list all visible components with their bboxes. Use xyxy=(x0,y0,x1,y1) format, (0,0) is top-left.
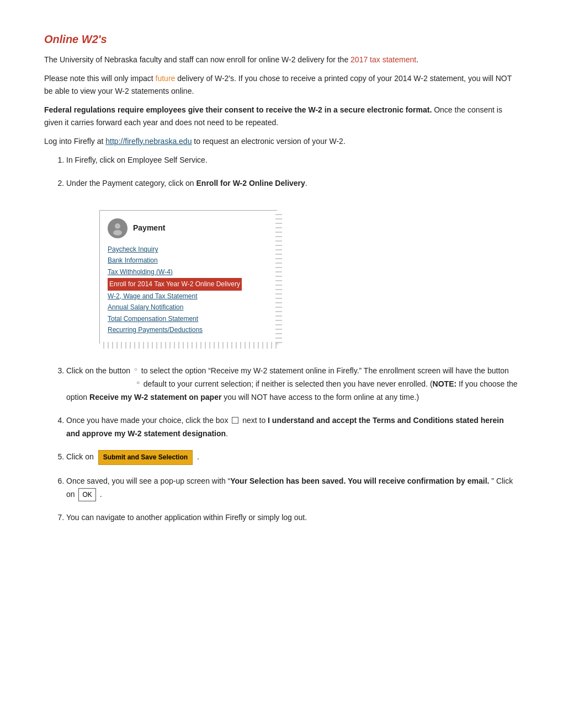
step-4-after: . xyxy=(226,429,228,438)
firefly-before: Log into Firefly at xyxy=(44,137,105,146)
step-3-middle: to select the option “Receive my W-2 sta… xyxy=(141,366,509,375)
intro-text-after: . xyxy=(416,55,418,64)
screenshot-link-4[interactable]: Enroll for 2014 Tax Year W-2 Online Deli… xyxy=(108,278,242,290)
future-highlight: future xyxy=(156,74,176,83)
screenshot-link-2[interactable]: Bank Information xyxy=(108,255,267,266)
step-3-note-bold1: NOTE: xyxy=(433,379,457,388)
step-1: In Firefly, click on Employee Self Servi… xyxy=(66,154,519,167)
screenshot-link-8[interactable]: Recurring Payments/Deductions xyxy=(108,324,267,335)
screenshot-link-3[interactable]: Tax Withholding (W-4) xyxy=(108,266,267,277)
page-title: Online W2's xyxy=(44,33,519,46)
step-3-after: default to your current selection; if ne… xyxy=(144,379,433,388)
step-3: Click on the button ○ to select the opti… xyxy=(66,365,519,404)
step-6-before: Once saved, you will see a pop-up screen… xyxy=(66,477,230,485)
intro-paragraph-1: The University of Nebraska faculty and s… xyxy=(44,53,519,66)
step-2-after: . xyxy=(305,179,307,188)
step-6-after: . xyxy=(100,490,102,499)
federal-regulations-paragraph: Federal regulations require employees gi… xyxy=(44,104,519,129)
screenshot-icon xyxy=(108,218,128,238)
screenshot-box: Payment Paycheck Inquiry Bank Informatio… xyxy=(99,210,277,344)
step-7-text: You can navigate to another application … xyxy=(66,513,307,522)
federal-bold: Federal regulations require employees gi… xyxy=(44,105,432,114)
svg-point-1 xyxy=(113,230,122,235)
screenshot-link-7[interactable]: Total Compensation Statement xyxy=(108,313,267,324)
step-3-note-end: you will NOT have access to the form onl… xyxy=(221,393,419,402)
firefly-link[interactable]: http://firefly.nebraska.edu xyxy=(105,137,192,146)
step-4-middle: next to xyxy=(242,416,268,425)
step-1-text: In Firefly, click on Employee Self Servi… xyxy=(66,156,208,164)
step-2-bold: Enroll for W-2 Online Delivery xyxy=(196,179,305,188)
step-3-note-bold2: Receive my W-2 statement on paper xyxy=(89,393,221,402)
step-4-checkbox xyxy=(232,417,238,424)
torn-edge-right xyxy=(275,211,282,344)
ok-button[interactable]: OK xyxy=(78,488,95,501)
step-3-radio-above: ○ xyxy=(134,365,137,374)
torn-edge-bottom xyxy=(100,342,277,349)
firefly-paragraph: Log into Firefly at http://firefly.nebra… xyxy=(44,135,519,147)
screenshot-link-1[interactable]: Paycheck Inquiry xyxy=(108,244,267,255)
screenshot-inner: Payment Paycheck Inquiry Bank Informatio… xyxy=(100,211,277,344)
screenshot-link-5[interactable]: W-2, Wage and Tax Statement xyxy=(108,291,267,302)
step-5-before: Click on xyxy=(66,452,94,461)
radio-small-label-bottom: ○ xyxy=(136,378,140,387)
step-6: Once saved, you will see a pop-up screen… xyxy=(66,475,519,501)
step-3-before: Click on the button xyxy=(66,366,130,375)
intro-text-before: The University of Nebraska faculty and s… xyxy=(44,55,350,64)
screenshot-title: Payment xyxy=(133,222,165,235)
radio-small-label-top: ○ xyxy=(134,365,137,374)
step-4-before: Once you have made your choice, click th… xyxy=(66,416,228,425)
step-3-radio-below: ○ xyxy=(136,378,140,387)
firefly-after: to request an electronic version of your… xyxy=(192,137,345,146)
steps-list: In Firefly, click on Employee Self Servi… xyxy=(66,154,519,524)
step-2-before: Under the Payment category, click on xyxy=(66,179,196,188)
step-4: Once you have made your choice, click th… xyxy=(66,414,519,441)
screenshot-links: Paycheck Inquiry Bank Information Tax Wi… xyxy=(108,244,267,336)
step-6-bold: Your Selection has been saved. You will … xyxy=(230,477,489,485)
step-7: You can navigate to another application … xyxy=(66,511,519,524)
submit-save-button[interactable]: Submit and Save Selection xyxy=(98,450,193,464)
screenshot-header: Payment xyxy=(108,218,267,238)
screenshot-container: Payment Paycheck Inquiry Bank Informatio… xyxy=(66,199,519,355)
future-before: Please note this will only impact xyxy=(44,74,156,83)
step-2: Under the Payment category, click on Enr… xyxy=(66,177,519,355)
intro-highlight-red: 2017 tax statement xyxy=(350,55,416,64)
step-5: Click on Submit and Save Selection . xyxy=(66,450,519,464)
intro-paragraph-2: Please note this will only impact future… xyxy=(44,72,519,97)
step-5-after: . xyxy=(197,452,199,461)
svg-point-0 xyxy=(115,223,120,229)
screenshot-link-6[interactable]: Annual Salary Notification xyxy=(108,302,267,313)
